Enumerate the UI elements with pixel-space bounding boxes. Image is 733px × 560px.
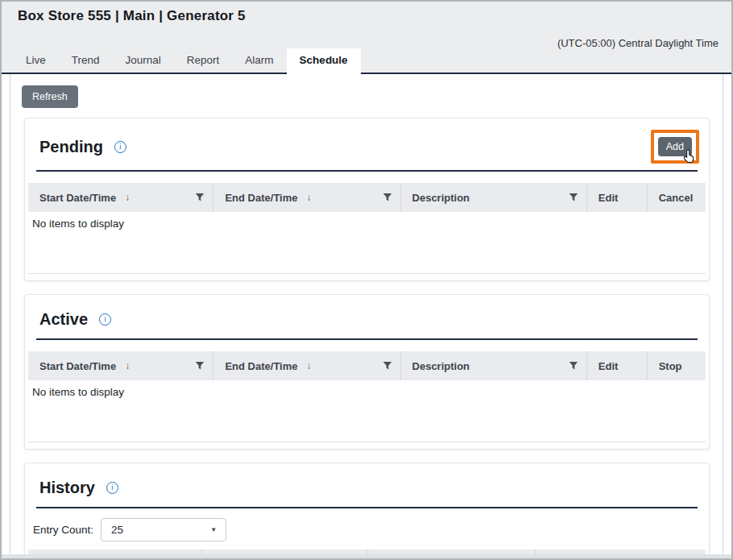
column-label: Stop [659,360,682,372]
column-label: Start Date/Time [39,360,116,372]
sort-desc-icon: ↓ [306,360,311,371]
add-button[interactable]: Add [658,137,692,156]
page-title: Box Store 555 | Main | Generator 5 [2,2,731,24]
filter-icon[interactable] [569,193,578,202]
section-divider [36,338,698,340]
pending-header: Pending i Add [28,122,706,164]
horizontal-scrollbar[interactable] [2,554,731,558]
filter-icon[interactable] [383,361,392,371]
tab-trend[interactable]: Trend [59,48,113,73]
info-icon[interactable]: i [106,482,118,494]
add-button-highlight: Add [651,130,699,164]
active-table: Start Date/Time ↓ End Date/Time ↓ Descri… [28,351,706,442]
filter-icon[interactable] [195,193,205,202]
section-divider [36,507,698,508]
pending-title: Pending [39,138,103,156]
tab-schedule[interactable]: Schedule [287,48,361,74]
column-header-start[interactable]: Start Date/Time ↓ [28,183,213,212]
column-header-edit: Edit [587,183,648,212]
column-label: Cancel [659,192,694,204]
column-label: End Date/Time [225,192,297,204]
entry-count-select[interactable]: 25 ▼ [101,518,226,541]
sort-desc-icon: ↓ [306,192,311,203]
section-divider [36,170,698,172]
tab-live[interactable]: Live [13,48,59,73]
column-label: Description [412,192,470,204]
tab-report[interactable]: Report [174,48,233,73]
tab-journal[interactable]: Journal [113,48,174,73]
filter-icon[interactable] [569,361,578,371]
tab-alarm[interactable]: Alarm [232,48,286,73]
filter-icon[interactable] [383,193,392,202]
sort-desc-icon: ↓ [125,192,130,203]
column-header-end[interactable]: End Date/Time ↓ [213,183,400,212]
column-header-cancel: Cancel [648,183,706,212]
filter-icon[interactable] [195,361,205,371]
info-icon[interactable]: i [99,313,111,326]
column-header-edit: Edit [587,351,648,380]
column-label: Edit [598,192,619,204]
info-icon[interactable]: i [114,141,126,153]
column-label: Start Date/Time [39,192,116,204]
column-label: Description [412,360,470,372]
pending-table: Start Date/Time ↓ End Date/Time ↓ Descri… [28,183,706,274]
column-header-description[interactable]: Description [401,351,587,380]
app-window: Box Store 555 | Main | Generator 5 (UTC-… [0,0,733,560]
schedule-tab-panel: Refresh Pending i Add [10,74,723,557]
column-header-start[interactable]: Start Date/Time ↓ [28,351,213,380]
pending-section: Pending i Add Start Date/Time ↓ [24,118,710,281]
active-header: Active i [28,298,706,332]
active-section: Active i Start Date/Time ↓ End Date/Time… [24,294,710,450]
table-body [28,230,706,274]
pending-table-header: Start Date/Time ↓ End Date/Time ↓ Descri… [28,183,706,212]
column-header-description[interactable]: Description [401,183,587,212]
column-header-stop: Stop [648,351,706,380]
empty-message: No items to display [28,212,706,230]
column-header-end[interactable]: End Date/Time ↓ [213,351,400,380]
entry-count-label: Entry Count: [33,524,93,536]
history-title: History [39,479,95,497]
tab-bar: Live Trend Journal Report Alarm Schedule [2,48,731,74]
sort-desc-icon: ↓ [125,360,130,371]
history-section: History i Entry Count: 25 ▼ Start Date/T… [24,463,710,557]
chevron-down-icon: ▼ [210,526,217,533]
empty-message: No items to display [28,380,706,398]
active-title: Active [39,310,88,329]
entry-count-row: Entry Count: 25 ▼ [33,518,706,541]
entry-count-value: 25 [111,524,123,536]
column-label: Edit [598,360,619,372]
timezone-label: (UTC-05:00) Central Daylight Time [557,37,719,49]
column-label: End Date/Time [225,360,297,372]
top-bar: Box Store 555 | Main | Generator 5 (UTC-… [2,2,731,74]
refresh-button[interactable]: Refresh [22,85,78,108]
active-table-header: Start Date/Time ↓ End Date/Time ↓ Descri… [28,351,706,380]
history-header: History i [28,467,706,500]
table-body [28,398,706,442]
